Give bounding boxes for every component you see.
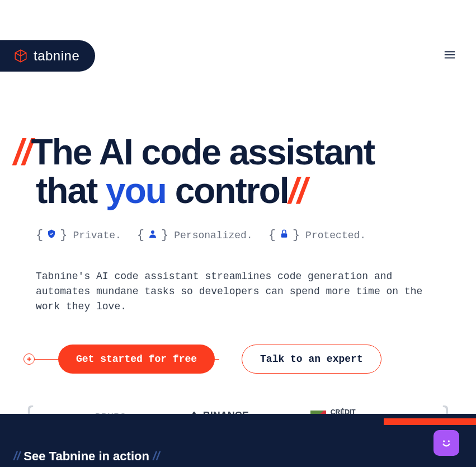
- hero-title: //The AI code assistant that you control…: [13, 133, 463, 210]
- logo[interactable]: tabnine: [0, 40, 95, 72]
- slash-decoration: //: [153, 449, 159, 463]
- chat-smile-icon: [439, 436, 454, 450]
- plus-icon: +: [27, 355, 31, 364]
- feature-protected: { } Protected.: [268, 228, 366, 242]
- hamburger-icon: [444, 50, 456, 60]
- node-decoration: +: [23, 353, 35, 365]
- accent-bar: [384, 418, 476, 425]
- svg-point-5: [443, 440, 445, 442]
- footer-banner: // See Tabnine in action //: [0, 414, 476, 467]
- menu-button[interactable]: [444, 50, 456, 62]
- person-icon: [148, 229, 158, 242]
- svg-point-3: [151, 230, 154, 234]
- chat-widget-button[interactable]: [433, 430, 459, 456]
- tabnine-logo-icon: [13, 49, 28, 63]
- feature-personalized: { } Personalized.: [137, 228, 253, 242]
- brace-icon: {: [137, 228, 144, 242]
- get-started-button[interactable]: Get started for free: [58, 345, 215, 374]
- header: tabnine: [0, 40, 476, 72]
- features-row: { } Private. { } Personalized. { } Prote…: [13, 228, 463, 242]
- brace-icon: }: [161, 228, 168, 242]
- highlight-word: you: [106, 171, 166, 211]
- svg-rect-4: [281, 233, 288, 238]
- shield-check-icon: [46, 229, 56, 242]
- slash-decoration: //: [13, 132, 31, 172]
- lock-icon: [279, 229, 289, 242]
- slash-decoration: //: [289, 171, 307, 211]
- brace-icon: {: [36, 228, 43, 242]
- hero-description: Tabnine's AI code assistant streamlines …: [13, 269, 463, 314]
- brace-icon: }: [293, 228, 300, 242]
- cta-row: + Get started for free Talk to an expert: [13, 345, 463, 374]
- svg-point-6: [448, 440, 450, 442]
- brace-icon: }: [60, 228, 67, 242]
- slash-decoration: //: [13, 449, 20, 463]
- feature-private: { } Private.: [36, 228, 121, 242]
- brand-name: tabnine: [34, 48, 79, 64]
- hero-section: //The AI code assistant that you control…: [0, 133, 476, 431]
- talk-to-expert-button[interactable]: Talk to an expert: [242, 345, 381, 374]
- brace-icon: {: [268, 228, 276, 242]
- footer-title: // See Tabnine in action //: [13, 449, 159, 464]
